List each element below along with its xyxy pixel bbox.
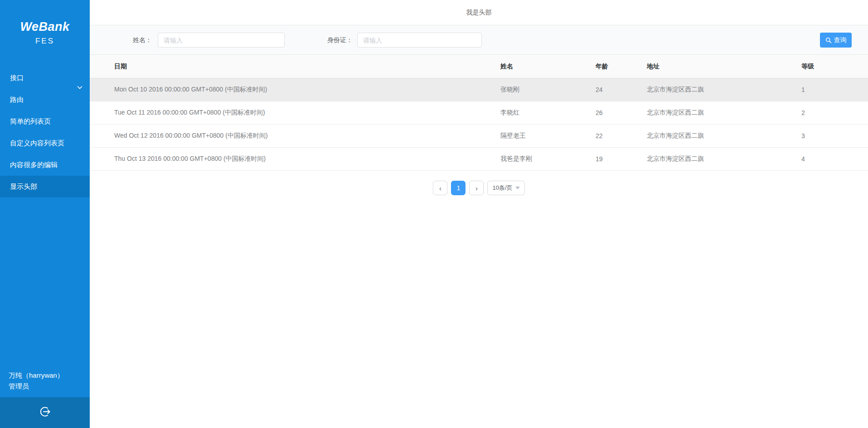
- main-content: 我是头部 姓名： 身份证： 查询 日期 姓名 年龄 地址 等级 Mon Oct …: [90, 0, 868, 428]
- query-button[interactable]: 查询: [820, 33, 852, 48]
- id-card-label: 身份证：: [327, 25, 353, 54]
- sidebar-menu: 接口 路由 简单的列表页 自定义内容列表页 内容很多的编辑 显示头部: [0, 67, 90, 197]
- sidebar-bottom: 万纯（harrywan） 管理员: [0, 365, 90, 428]
- cell-level: 4: [801, 155, 868, 163]
- page-title: 我是头部: [466, 9, 492, 17]
- cell-address: 北京市海淀区西二旗: [647, 109, 801, 117]
- sidebar-item-route[interactable]: 路由: [0, 89, 90, 111]
- column-header-level: 等级: [801, 63, 868, 71]
- sidebar-item-api[interactable]: 接口: [0, 67, 90, 89]
- cell-age: 22: [596, 132, 647, 139]
- table-row[interactable]: Thu Oct 13 2016 00:00:00 GMT+0800 (中国标准时…: [90, 148, 868, 171]
- cell-level: 3: [801, 132, 868, 139]
- user-role: 管理员: [9, 381, 90, 392]
- column-header-age: 年龄: [596, 63, 647, 71]
- logo-brand: WeBank: [0, 20, 90, 34]
- cell-address: 北京市海淀区西二旗: [647, 86, 801, 94]
- sidebar-item-custom-list[interactable]: 自定义内容列表页: [0, 132, 90, 154]
- pagination: ‹ 1 › 10条/页: [90, 181, 868, 195]
- sidebar-item-show-header[interactable]: 显示头部: [0, 176, 90, 197]
- id-card-input[interactable]: [357, 33, 482, 48]
- cell-date: Mon Oct 10 2016 00:00:00 GMT+0800 (中国标准时…: [114, 86, 500, 94]
- next-page-button[interactable]: ›: [469, 181, 484, 195]
- cell-name: 隔壁老王: [500, 132, 596, 140]
- page-number-button[interactable]: 1: [451, 181, 466, 195]
- column-header-date: 日期: [114, 63, 500, 71]
- cell-level: 1: [801, 86, 868, 93]
- cell-address: 北京市海淀区西二旗: [647, 132, 801, 140]
- cell-date: Tue Oct 11 2016 00:00:00 GMT+0800 (中国标准时…: [114, 109, 500, 117]
- app-logo: WeBank FES: [0, 0, 90, 46]
- search-icon: [825, 37, 832, 43]
- chevron-right-icon: ›: [475, 184, 478, 192]
- sidebar-item-label: 接口: [10, 67, 24, 89]
- cell-level: 2: [801, 109, 868, 116]
- column-header-name: 姓名: [500, 63, 596, 71]
- user-info: 万纯（harrywan） 管理员: [0, 365, 90, 397]
- cell-age: 24: [596, 86, 647, 93]
- sidebar-item-label: 路由: [10, 89, 24, 111]
- cell-age: 26: [596, 109, 647, 116]
- cell-date: Thu Oct 13 2016 00:00:00 GMT+0800 (中国标准时…: [114, 155, 500, 163]
- cell-name: 我爸是李刚: [500, 155, 596, 163]
- chevron-down-icon: [77, 76, 82, 80]
- page-size-label: 10条/页: [492, 184, 512, 192]
- name-label: 姓名：: [133, 25, 152, 54]
- user-name: 万纯（harrywan）: [9, 370, 90, 381]
- caret-down-icon: [515, 187, 520, 189]
- table-row[interactable]: Mon Oct 10 2016 00:00:00 GMT+0800 (中国标准时…: [90, 78, 868, 101]
- sidebar: WeBank FES 接口 路由 简单的列表页 自定义内容列表页 内容很多的编辑…: [0, 0, 90, 428]
- sidebar-item-rich-edit[interactable]: 内容很多的编辑: [0, 154, 90, 176]
- cell-name: 张晓刚: [500, 86, 596, 94]
- search-form: 姓名： 身份证： 查询: [90, 25, 868, 55]
- chevron-left-icon: ‹: [439, 184, 441, 192]
- sidebar-item-simple-list[interactable]: 简单的列表页: [0, 111, 90, 132]
- logout-icon: [39, 405, 51, 420]
- cell-age: 19: [596, 155, 647, 163]
- sidebar-item-label: 内容很多的编辑: [10, 154, 58, 176]
- data-table: 日期 姓名 年龄 地址 等级 Mon Oct 10 2016 00:00:00 …: [90, 55, 868, 171]
- page-header: 我是头部: [90, 0, 868, 25]
- prev-page-button[interactable]: ‹: [433, 181, 447, 195]
- sidebar-item-label: 简单的列表页: [10, 111, 51, 132]
- cell-date: Wed Oct 12 2016 00:00:00 GMT+0800 (中国标准时…: [114, 132, 500, 140]
- logout-button[interactable]: [0, 397, 90, 428]
- query-button-label: 查询: [834, 36, 847, 44]
- column-header-address: 地址: [647, 63, 801, 71]
- cell-address: 北京市海淀区西二旗: [647, 155, 801, 163]
- table-header-row: 日期 姓名 年龄 地址 等级: [90, 55, 868, 78]
- cell-name: 李晓红: [500, 109, 596, 117]
- logo-subtitle: FES: [0, 37, 90, 46]
- table-row[interactable]: Tue Oct 11 2016 00:00:00 GMT+0800 (中国标准时…: [90, 101, 868, 125]
- current-page-label: 1: [457, 184, 461, 192]
- page-size-select[interactable]: 10条/页: [487, 181, 524, 195]
- table-row[interactable]: Wed Oct 12 2016 00:00:00 GMT+0800 (中国标准时…: [90, 125, 868, 148]
- name-input[interactable]: [158, 33, 285, 48]
- sidebar-item-label: 自定义内容列表页: [10, 132, 64, 154]
- sidebar-item-label: 显示头部: [10, 176, 37, 197]
